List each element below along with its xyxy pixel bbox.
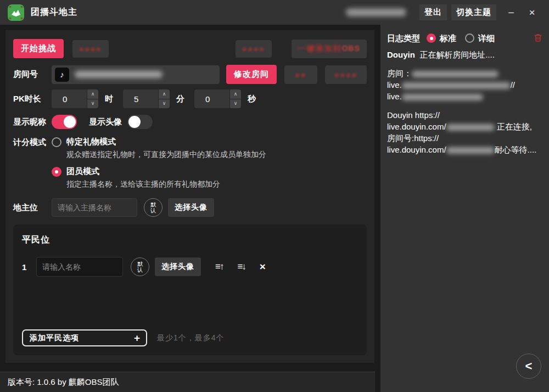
seconds-up-icon[interactable]: ∧ — [230, 89, 241, 99]
log-source: Douyin — [387, 50, 415, 59]
redacted-text — [412, 71, 498, 77]
gift-mode-radio[interactable] — [52, 137, 61, 147]
username-redacted — [346, 8, 406, 16]
seconds-stepper: ∧ ∨ — [194, 89, 241, 108]
civilian-row-1: 1 默认 选择头像 ≡↑ ≡↓ × — [22, 257, 358, 277]
blurred-label: 一键添加到 — [298, 44, 342, 53]
civilian-name-input[interactable] — [36, 257, 123, 277]
log-output: Douyin 正在解析房间地址.... 房间： live.// live. Do… — [387, 49, 542, 155]
status-bar: 版本号: 1.0.6 by 麒麟OBS团队 — [0, 372, 375, 392]
landlord-row: 地主位 默认 选择头像 — [13, 198, 367, 217]
trash-icon — [534, 33, 542, 42]
log-detail-radio[interactable] — [465, 33, 474, 43]
obs-label: OBS — [342, 44, 360, 53]
blurred-action-button[interactable]: ●●●● — [236, 40, 272, 58]
log-line: 房间： — [387, 68, 542, 79]
scoring-mode-row: 计分模式 特定礼物模式 观众赠送指定礼物时，可直接为团播中的某位成员单独加分 团… — [13, 137, 367, 189]
hours-up-icon[interactable]: ∧ — [87, 89, 98, 99]
top-actions-row: 开始挑战 ●●●● ●●●● 一键添加到OBS — [13, 39, 367, 58]
clear-log-button[interactable] — [534, 33, 542, 44]
log-text: live. — [387, 92, 402, 101]
version-text: 版本号: 1.0.6 by 麒麟OBS团队 — [8, 377, 119, 388]
civilian-select-avatar-button[interactable]: 选择头像 — [155, 257, 201, 276]
landlord-default-button[interactable]: 默认 — [144, 198, 163, 217]
gift-mode-desc: 观众赠送指定礼物时，可直接为团播中的某位成员单独加分 — [66, 150, 266, 160]
minutes-down-icon[interactable]: ∨ — [159, 99, 170, 109]
gift-mode-option[interactable]: 特定礼物模式 — [52, 137, 266, 147]
show-nickname-label: 显示昵称 — [13, 117, 52, 127]
gift-mode-title: 特定礼物模式 — [66, 137, 116, 147]
start-challenge-button[interactable]: 开始挑战 — [13, 39, 64, 58]
minimize-button[interactable]: − — [502, 4, 520, 21]
log-text: 正在连接, — [497, 122, 532, 131]
close-button[interactable]: × — [523, 4, 541, 21]
stop-challenge-button-disabled[interactable]: ●●●● — [72, 40, 109, 58]
log-text: 正在解析房间地址.... — [419, 50, 495, 59]
log-line: live.douyin.com/耐心等待.... — [387, 144, 542, 155]
hours-down-icon[interactable]: ∨ — [87, 99, 98, 109]
log-line: Douyin 正在解析房间地址.... — [387, 49, 542, 60]
landlord-select-avatar-button[interactable]: 选择头像 — [168, 198, 214, 217]
log-type-row: 日志类型 标准 详细 — [387, 32, 542, 44]
show-avatar-label: 显示头像 — [89, 117, 122, 127]
member-mode-radio[interactable] — [52, 167, 61, 177]
minutes-input[interactable] — [123, 89, 158, 108]
log-standard-radio[interactable] — [427, 33, 436, 43]
room-label: 房间号 — [13, 69, 52, 80]
settings-panel: 开始挑战 ●●●● ●●●● 一键添加到OBS 房间号 ♪ 修改房间 ●● ●●… — [5, 30, 374, 363]
log-line: live.// — [387, 79, 542, 91]
civilian-title: 平民位 — [22, 234, 358, 246]
log-type-label: 日志类型 — [387, 32, 420, 44]
show-nickname-toggle[interactable] — [52, 115, 77, 129]
app-title: 团播斗地主 — [31, 7, 77, 18]
collapse-panel-button[interactable]: < — [516, 354, 541, 379]
member-mode-title: 团员模式 — [66, 166, 99, 177]
toggle-knob — [128, 116, 141, 128]
landlord-name-input[interactable] — [52, 198, 137, 217]
log-line: live. — [387, 91, 542, 102]
move-up-icon[interactable]: ≡↑ — [215, 261, 223, 272]
add-civilian-label: 添加平民选项 — [30, 333, 79, 343]
seconds-input[interactable] — [194, 89, 229, 108]
add-to-obs-button[interactable]: 一键添加到OBS — [292, 40, 367, 58]
hours-stepper: ∧ ∨ — [52, 89, 98, 108]
room-row: 房间号 ♪ 修改房间 ●● ●●●● — [13, 65, 367, 84]
move-down-icon[interactable]: ≡↓ — [237, 261, 245, 272]
logout-button[interactable]: 登出 — [419, 4, 447, 20]
add-civilian-button[interactable]: 添加平民选项 + — [22, 329, 147, 346]
blurred-label: ●●●● — [79, 44, 102, 53]
log-text: 房间： — [387, 69, 412, 78]
delete-row-icon[interactable]: × — [260, 261, 266, 273]
redacted-text — [402, 82, 511, 89]
minutes-up-icon[interactable]: ∧ — [159, 89, 170, 99]
log-panel: 日志类型 标准 详细 Douyin 正在解析房间地址.... 房间： live.… — [380, 25, 549, 392]
seconds-unit: 秒 — [248, 94, 256, 104]
log-text: live.douyin.com/ — [387, 122, 446, 131]
civilian-footer: 添加平民选项 + 最少1个，最多4个 — [22, 329, 358, 346]
scoring-options: 特定礼物模式 观众赠送指定礼物时，可直接为团播中的某位成员单独加分 团员模式 指… — [52, 137, 266, 189]
toggle-knob — [64, 116, 76, 128]
blurred-label: ●●●● — [242, 44, 265, 53]
civilian-limit-note: 最少1个，最多4个 — [157, 333, 225, 343]
pk-duration-row: PK时长 ∧ ∨ 时 ∧ ∨ 分 ∧ ∨ — [13, 89, 367, 108]
log-text: live. — [387, 80, 402, 89]
member-mode-option[interactable]: 团员模式 — [52, 166, 266, 177]
switch-theme-button[interactable]: 切换主题 — [451, 4, 496, 20]
member-mode-desc: 指定主播名称，送给该主播的所有礼物都加分 — [66, 180, 266, 189]
room-blurred-button-2[interactable]: ●●●● — [325, 65, 367, 84]
modify-room-button[interactable]: 修改房间 — [226, 65, 277, 84]
log-standard-label: 标准 — [440, 32, 456, 44]
show-avatar-toggle[interactable] — [127, 115, 153, 129]
civilian-default-button[interactable]: 默认 — [131, 257, 149, 276]
redacted-text — [446, 147, 495, 154]
display-toggles-row: 显示昵称 显示头像 — [13, 115, 367, 129]
hours-input[interactable] — [52, 89, 87, 108]
minutes-stepper: ∧ ∨ — [123, 89, 170, 108]
app-icon — [8, 4, 24, 21]
log-text: 耐心等待.... — [495, 145, 537, 154]
room-id-input[interactable]: ♪ — [52, 65, 220, 84]
seconds-down-icon[interactable]: ∨ — [230, 99, 241, 109]
app-window: 团播斗地主 登出 切换主题 − × 开始挑战 ●●●● ●●●● 一键添加到OB… — [0, 0, 549, 392]
room-blurred-button-1[interactable]: ●● — [284, 65, 317, 84]
blurred-label: ●●●● — [334, 70, 357, 79]
